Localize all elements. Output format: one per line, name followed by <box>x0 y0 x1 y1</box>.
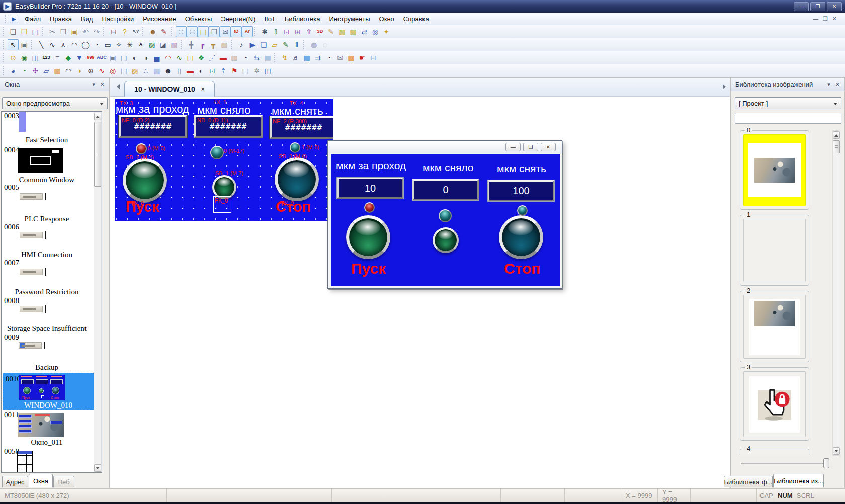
sim-start-button[interactable] <box>346 215 390 259</box>
panel-collapse-icon[interactable]: ▾ <box>92 81 95 88</box>
table-edit-button[interactable]: ▥ <box>348 26 359 37</box>
save-button[interactable]: ▤ <box>30 26 41 37</box>
hmi-design-screen[interactable]: TX_3 мкм за проход TX_1 мкм сняло TX_4 м… <box>115 99 333 221</box>
history-data-button[interactable]: ▤ <box>185 52 196 63</box>
window-list-item[interactable]: 0009 Backup <box>2 333 94 371</box>
tab-web[interactable]: Веб <box>53 476 74 487</box>
numeric-display-object[interactable]: NE_2 (R-300) ####### <box>270 116 333 139</box>
moving-shape-button[interactable]: ◐ <box>129 52 140 63</box>
library-filter-input[interactable] <box>735 113 841 124</box>
address-tag-toggle[interactable]: ✉ <box>220 26 231 37</box>
new-button[interactable]: ❏ <box>8 26 19 37</box>
tab-picture-library[interactable]: Библиотека из... <box>773 474 824 487</box>
select-tool[interactable]: ↖ <box>8 39 19 50</box>
bit-lamp-object[interactable] <box>136 143 147 154</box>
sim-restore-button[interactable]: ❐ <box>523 143 538 151</box>
backup-object-button[interactable]: ↯ <box>279 52 290 63</box>
tab-address[interactable]: Адрес <box>2 476 28 487</box>
menu-item-tools[interactable]: Инструменты <box>325 14 375 24</box>
bit-lamp-object[interactable] <box>290 142 300 153</box>
mdi-restore-button[interactable]: ❐ <box>823 16 828 22</box>
burst-tool[interactable]: ✳ <box>124 39 135 50</box>
editor-canvas[interactable]: 10 - WINDOW_010 × TX_3 мкм за проход TX_… <box>110 77 730 488</box>
about-button[interactable]: ? <box>119 26 130 37</box>
monitor-flag-button[interactable]: ◫ <box>262 65 273 76</box>
menu-item-library[interactable]: Библиотека <box>280 14 325 24</box>
shape-tool[interactable]: ◪ <box>157 39 168 50</box>
minimize-button[interactable]: — <box>794 2 809 11</box>
utility-manager-button[interactable]: ✦ <box>381 26 392 37</box>
window-list-item[interactable]: 0006 HMI Connection <box>2 223 94 260</box>
panel-close-icon[interactable]: ✕ <box>100 81 105 88</box>
pipe-elbow-tool[interactable]: ┏ <box>197 39 208 50</box>
function-key-object[interactable]: FK_0 <box>213 196 231 213</box>
numeric-display-object[interactable]: ND_0 (D-11) ####### <box>194 115 263 138</box>
alarm-bar-button[interactable]: ▬ <box>218 52 229 63</box>
easy-watch-button[interactable]: ☻ <box>147 26 158 37</box>
tag-object-button[interactable]: ▱ <box>269 39 280 50</box>
scroll-up-icon[interactable] <box>94 113 101 120</box>
window-list-scrollbar[interactable] <box>94 112 102 472</box>
paste-button[interactable]: ▣ <box>69 26 80 37</box>
window-preview-select[interactable]: Окно предпросмотра <box>2 97 108 109</box>
circular-trend-button[interactable]: ◔ <box>19 65 30 76</box>
function-key-button[interactable]: ≡ <box>52 52 63 63</box>
plc-control-button[interactable]: ⇉ <box>312 52 323 63</box>
color-pie-button[interactable]: ◑ <box>74 65 85 76</box>
resource-list-button[interactable]: ▥ <box>52 65 63 76</box>
sound-object-button[interactable]: ♪ <box>236 39 247 50</box>
ungroup-button[interactable]: ◌ <box>319 39 330 50</box>
pipe-tee-tool[interactable]: ┳ <box>208 39 219 50</box>
window-list-item[interactable]: 0007 Password Restriction <box>2 259 94 296</box>
operator-panel-button[interactable]: ☻ <box>162 65 174 76</box>
xy-plot-button[interactable]: ⋰ <box>207 52 218 63</box>
close-button[interactable]: ✕ <box>827 2 842 11</box>
window-settings-toggle[interactable]: ▢ <box>198 26 209 37</box>
stack-object-button[interactable]: ❏ <box>258 39 269 50</box>
panel-close-icon[interactable]: ✕ <box>835 81 840 88</box>
print-button[interactable]: ⊟ <box>108 26 119 37</box>
online-simulation-button[interactable]: ⊞ <box>292 26 303 37</box>
sim-stop-button[interactable] <box>499 215 543 259</box>
menu-item-energy[interactable]: Энергия(N) <box>216 14 260 24</box>
tab-scroll-left-icon[interactable] <box>114 84 120 89</box>
email-button[interactable]: ✉ <box>334 52 346 63</box>
scroll-down-icon[interactable] <box>94 464 101 472</box>
media-player-button[interactable]: ♬ <box>290 52 301 63</box>
picture-tool[interactable]: ▨ <box>146 39 157 50</box>
mdi-close-button[interactable]: ✕ <box>832 16 837 22</box>
grid-toggle[interactable]: ∷ <box>176 26 187 37</box>
arc-tool[interactable]: ◠ <box>69 39 80 50</box>
zoom-slider-handle[interactable] <box>823 458 829 468</box>
window-list-item[interactable]: 0004 Common Window <box>2 146 94 183</box>
calendar-button[interactable]: ▦ <box>346 52 357 63</box>
clock-object-button[interactable]: ⊕ <box>85 65 96 76</box>
set-word-button[interactable]: 123 <box>41 52 52 63</box>
menu-item-help[interactable]: Справка <box>399 14 434 24</box>
monitor-clock-button[interactable]: ⊡ <box>207 65 218 76</box>
schedule-table-button[interactable]: ▤ <box>118 65 129 76</box>
recipe-editor-button[interactable]: ✎ <box>325 26 336 37</box>
combo-button[interactable]: ▼ <box>74 52 85 63</box>
menu-item-draw[interactable]: Рисование <box>138 14 180 24</box>
data-block-button[interactable]: ❖ <box>196 52 207 63</box>
library-item-4[interactable]: 4 <box>740 449 809 455</box>
scroll-up-icon[interactable] <box>833 131 840 139</box>
ellipse-tool[interactable]: ◯ <box>80 39 91 50</box>
pass-through-button[interactable]: ⇄ <box>359 26 370 37</box>
maximize-button[interactable]: ❐ <box>810 2 825 11</box>
picture-viewer-button[interactable]: ▨ <box>129 65 140 76</box>
target-button[interactable]: ◎ <box>107 65 118 76</box>
toggle-switch-button[interactable]: ◆ <box>63 52 74 63</box>
panel-collapse-icon[interactable]: ▾ <box>827 81 830 88</box>
sim-mid-button[interactable] <box>433 227 459 253</box>
pipe-straight-tool[interactable]: ╋ <box>186 39 197 50</box>
menu-item-window[interactable]: Окно <box>375 14 399 24</box>
recipe-view-button[interactable]: ▥ <box>262 52 273 63</box>
zoom-slider-track[interactable] <box>741 463 829 464</box>
curve-tool[interactable]: ∿ <box>47 39 58 50</box>
document-object-button[interactable]: ▤ <box>240 65 251 76</box>
window-list-item[interactable]: 0003 Fast Selection <box>2 111 94 145</box>
sim-minimize-button[interactable]: — <box>505 143 521 151</box>
simulation-title-bar[interactable]: —❐✕ <box>328 141 562 153</box>
